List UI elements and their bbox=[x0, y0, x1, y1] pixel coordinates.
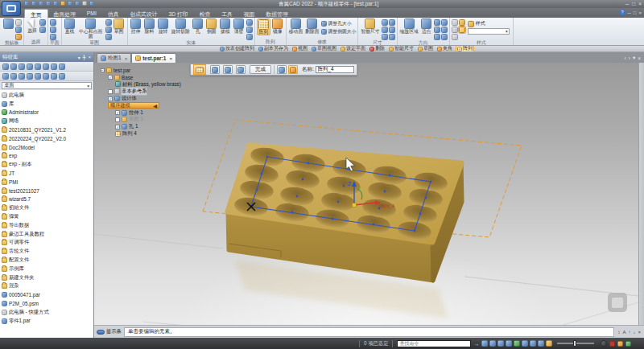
diameter-icon[interactable] bbox=[389, 27, 395, 33]
named-views-icon[interactable] bbox=[441, 27, 448, 33]
pathfinder-item-草图 1[interactable]: 草图 1 bbox=[101, 117, 181, 124]
zoom-fit-icon[interactable] bbox=[497, 340, 504, 347]
ribbon-button-草图[interactable]: 草图 bbox=[113, 18, 126, 34]
style-view-icon[interactable] bbox=[538, 340, 544, 347]
file-item[interactable]: 配置文件 bbox=[2, 256, 93, 265]
location-dropdown[interactable]: 桌面 ▾ bbox=[2, 82, 92, 89]
tab-close-all-icon[interactable]: × bbox=[638, 55, 641, 61]
arc-icon[interactable] bbox=[105, 27, 112, 33]
close-button[interactable]: × bbox=[638, 1, 642, 6]
feature-toolbar-智能尺寸[interactable]: 智能尺寸 bbox=[388, 46, 415, 52]
file-item[interactable]: JT bbox=[2, 169, 93, 178]
ribbon-button-除料[interactable]: 除料 bbox=[143, 18, 156, 34]
ribbon-button-镜像[interactable]: 镜像 bbox=[271, 18, 284, 34]
file-item[interactable]: Doc2Model bbox=[2, 143, 93, 152]
save-icon[interactable] bbox=[39, 1, 43, 6]
file-item[interactable]: 此电脑 bbox=[2, 91, 93, 100]
auto-hide-pin-icon[interactable]: ╄ bbox=[83, 55, 86, 60]
ribbon-button-paste-icon[interactable] bbox=[2, 18, 14, 29]
file-item[interactable]: 库 bbox=[2, 100, 93, 109]
file-item[interactable]: P2M_05.psm bbox=[2, 299, 93, 308]
coordinate-dimension-icon[interactable] bbox=[382, 34, 388, 40]
coincident-plane-icon[interactable] bbox=[50, 19, 56, 26]
online-library-icon[interactable] bbox=[35, 64, 41, 70]
file-item[interactable]: Administrator bbox=[2, 109, 93, 117]
plane-more-icon[interactable] bbox=[50, 27, 56, 33]
file-item[interactable]: 示例库 bbox=[2, 265, 93, 273]
ribbon-button-智能尺寸[interactable]: 智能尺寸 bbox=[360, 18, 380, 34]
named-view-icon[interactable] bbox=[530, 340, 536, 347]
scroll-down-icon[interactable]: ↓ bbox=[633, 330, 635, 335]
ribbon-button-阵列[interactable]: 阵列 bbox=[257, 18, 270, 35]
pattern-feature-icon[interactable] bbox=[193, 64, 206, 75]
feature-toolbar-副本另存为[interactable]: 副本另存为 bbox=[258, 46, 289, 52]
more-dimension-icon[interactable] bbox=[389, 34, 395, 40]
select-options-icon[interactable] bbox=[39, 27, 46, 33]
open-icon[interactable] bbox=[31, 1, 36, 6]
ribbon-tab-创成式设计[interactable]: 创成式设计 bbox=[124, 9, 163, 18]
maximize-button[interactable]: □ bbox=[632, 1, 635, 6]
tab-list-icon[interactable]: ▾ bbox=[633, 55, 635, 61]
ribbon-tab-仿真[interactable]: 仿真 bbox=[102, 9, 125, 18]
doc-close-button[interactable]: × bbox=[638, 10, 642, 15]
format-painter-icon[interactable] bbox=[15, 34, 22, 40]
paste-entry-icon[interactable] bbox=[35, 73, 41, 80]
ribbon-button-调整倒圆大小[interactable]: 调整倒圆大小 bbox=[321, 28, 357, 35]
ribbon-button-拔模[interactable]: 拔模 bbox=[219, 18, 232, 34]
shaded-icon[interactable] bbox=[452, 27, 458, 33]
feature-toolbar-按表创建阵列[interactable]: 按表创建阵列 bbox=[219, 46, 255, 52]
doc-restore-button[interactable]: □ bbox=[634, 10, 637, 15]
scroll-up-icon[interactable]: ↑ bbox=[628, 330, 630, 335]
rotate-icon[interactable] bbox=[434, 34, 440, 40]
fillet-icon[interactable] bbox=[105, 34, 112, 40]
file-item[interactable]: PMI bbox=[2, 178, 93, 187]
preview-icon[interactable] bbox=[51, 73, 57, 80]
ribbon-button-旋转[interactable]: 旋转 bbox=[157, 18, 170, 34]
ribbon-button-薄壁[interactable]: 薄壁 bbox=[233, 18, 246, 34]
select-set-icon[interactable] bbox=[506, 340, 512, 347]
pathfinder-item-拉伸 1[interactable]: ✓拉伸 1 bbox=[101, 109, 181, 117]
pathfinder-item-基本参考系[interactable]: 基本参考系 bbox=[101, 88, 181, 95]
redo-icon[interactable] bbox=[82, 1, 87, 6]
file-item[interactable]: 可调零件 bbox=[2, 239, 93, 248]
command-step-select-step-icon[interactable] bbox=[210, 65, 220, 74]
feature-toolbar-设定平面[interactable]: 设定平面 bbox=[340, 46, 366, 52]
tree-expander-icon[interactable]: − bbox=[101, 68, 105, 72]
look-at-face-icon[interactable] bbox=[441, 19, 448, 26]
command-step-reference-step-icon[interactable] bbox=[223, 65, 233, 74]
link-icon[interactable] bbox=[53, 1, 58, 6]
copy-entry-icon[interactable] bbox=[27, 73, 33, 80]
standard-parts-icon[interactable] bbox=[10, 64, 17, 70]
prompt-close-icon[interactable]: × bbox=[638, 330, 641, 335]
file-item[interactable]: 00050471.par bbox=[2, 290, 93, 299]
file-item[interactable]: wizard5.7 bbox=[2, 195, 93, 204]
features-library-icon[interactable] bbox=[2, 64, 9, 70]
ribbon-button-拉伸[interactable]: 拉伸 bbox=[130, 18, 142, 34]
large-icons-view-icon[interactable] bbox=[19, 64, 25, 70]
undo-icon[interactable] bbox=[75, 1, 80, 6]
file-item[interactable]: 网络 bbox=[2, 117, 93, 125]
rectangle-icon[interactable] bbox=[105, 19, 112, 26]
ribbon-tab-检查[interactable]: 检查 bbox=[194, 9, 217, 18]
document-tab-test.par:1[interactable]: test.par:1× bbox=[131, 53, 176, 63]
rotate-view-icon[interactable] bbox=[522, 340, 528, 347]
feature-checkbox[interactable]: ✓ bbox=[115, 125, 120, 129]
subtract-body-icon[interactable] bbox=[246, 27, 253, 33]
feature-toolbar-阵列[interactable]: 阵列 bbox=[456, 46, 474, 52]
rename-icon[interactable] bbox=[43, 73, 49, 80]
shaded-edges-icon[interactable] bbox=[452, 19, 458, 26]
done-button[interactable]: 完成 bbox=[250, 65, 271, 74]
sequential-modeling-bar[interactable]: 顺序建模◀ bbox=[108, 102, 159, 109]
publish-icon[interactable] bbox=[43, 64, 49, 70]
feature-checkbox[interactable]: ✓ bbox=[108, 96, 113, 101]
file-item[interactable]: 混杂 bbox=[2, 282, 93, 291]
ribbon-button-适合[interactable]: 适合 bbox=[420, 18, 433, 34]
pathfinder-item-test.par[interactable]: −test.par bbox=[101, 67, 181, 74]
ribbon-tab-视图[interactable]: 视图 bbox=[238, 9, 261, 18]
file-item[interactable]: 20220224_QY2022_V2.0 bbox=[2, 134, 93, 143]
file-item[interactable]: 零件1.par bbox=[2, 317, 93, 326]
alert-icon[interactable] bbox=[617, 341, 623, 347]
font-increase-icon[interactable]: A bbox=[622, 330, 625, 335]
pmi-view-icon[interactable] bbox=[514, 340, 520, 347]
file-item[interactable]: exp bbox=[2, 152, 93, 161]
